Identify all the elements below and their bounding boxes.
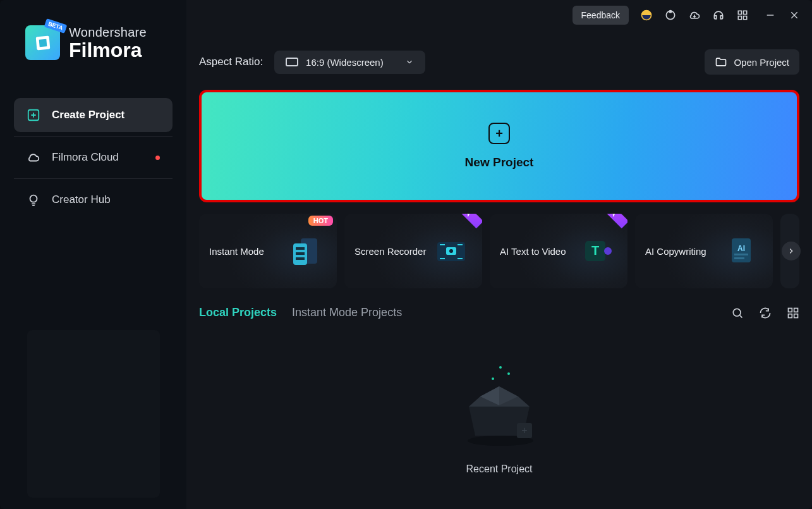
tab-instant-mode-projects[interactable]: Instant Mode Projects [292,306,402,319]
camera-frame-icon [429,229,473,273]
svg-rect-28 [789,308,792,312]
card-ai-text-to-video[interactable]: AI Text to Video BETA T [490,214,627,288]
brand: BETA Wondershare Filmora [25,25,175,60]
search-icon[interactable] [731,307,744,319]
sidebar-item-label: Create Project [52,109,124,121]
open-project-button[interactable]: Open Project [705,49,799,75]
svg-rect-15 [296,252,305,255]
refresh-icon[interactable] [759,307,772,319]
card-label: AI Copywriting [645,246,706,257]
open-project-label: Open Project [734,57,789,68]
view-grid-icon[interactable] [787,307,799,319]
aspect-shape-icon [286,58,298,66]
svg-rect-30 [789,314,792,317]
main: Feedback [186,0,812,509]
hot-badge: HOT [308,216,333,226]
svg-rect-9 [738,16,741,20]
svg-point-3 [30,195,37,202]
svg-rect-1 [39,39,47,47]
svg-rect-16 [296,257,305,260]
sidebar-item-label: Creator Hub [52,193,111,206]
aspect-ratio-value: 16:9 (Widescreen) [306,57,384,68]
empty-box-icon: + [449,360,550,448]
toolbar: Aspect Ratio: 16:9 (Widescreen) Open Pro… [199,49,799,75]
svg-rect-26 [734,257,744,259]
window-minimize-icon[interactable] [764,9,777,21]
svg-text:+: + [521,425,527,436]
aspect-ratio-label: Aspect Ratio: [199,56,263,68]
divider [14,178,173,179]
svg-point-6 [669,11,671,13]
card-screen-recorder[interactable]: Screen Recorder BETA [344,214,482,288]
svg-point-40 [507,372,510,375]
content-area: Aspect Ratio: 16:9 (Widescreen) Open Pro… [186,30,812,509]
sidebar-item-filmora-cloud[interactable]: Filmora Cloud [14,140,173,175]
svg-point-19 [449,249,453,253]
support-headset-icon[interactable] [712,9,725,21]
svg-rect-25 [734,254,748,255]
text-t-icon: T [574,229,619,273]
svg-point-27 [733,309,741,316]
svg-point-39 [492,377,494,380]
cloud-download-icon[interactable] [688,9,701,21]
sidebar-item-label: Filmora Cloud [52,151,119,164]
svg-text:AI: AI [737,244,745,253]
svg-point-22 [604,247,612,255]
svg-rect-31 [794,314,798,317]
notification-dot-icon [155,156,160,160]
svg-rect-29 [794,308,798,312]
new-project-label: New Project [465,156,534,169]
app-root: BETA Wondershare Filmora Create Project … [0,0,812,509]
brand-text-bottom: Filmora [69,40,147,60]
brand-text-top: Wondershare [69,25,147,40]
brand-badge: BETA [44,18,68,34]
svg-text:T: T [591,243,599,257]
new-project-button[interactable]: + New Project [199,90,799,202]
svg-rect-7 [738,11,741,14]
beta-badge: BETA [589,214,627,228]
sidebar-item-create-project[interactable]: Create Project [14,98,173,132]
apps-grid-icon[interactable] [736,9,749,21]
svg-point-41 [499,366,502,369]
projects-tabs: Local Projects Instant Mode Projects [199,306,799,319]
empty-state-label: Recent Project [466,463,533,475]
card-label: Instant Mode [209,246,264,257]
folder-icon [715,56,727,68]
svg-rect-14 [296,247,305,250]
film-stack-icon [284,229,328,273]
window-close-icon[interactable] [788,9,801,21]
feature-cards-row: Instant Mode HOT Screen Recorder BETA AI… [199,214,799,288]
card-label: Screen Recorder [354,246,426,257]
projects-tools [731,307,799,319]
svg-rect-11 [286,58,298,66]
cloud-icon [27,150,40,164]
card-instant-mode[interactable]: Instant Mode HOT [199,214,337,288]
chevron-down-icon [405,58,414,66]
divider [14,136,173,137]
plus-square-icon [27,108,40,122]
sidebar: BETA Wondershare Filmora Create Project … [0,0,186,509]
empty-state: + Recent Project [199,326,799,509]
aspect-ratio-select[interactable]: 16:9 (Widescreen) [274,51,425,74]
svg-rect-8 [744,11,747,14]
account-avatar-icon[interactable] [640,9,653,21]
feedback-button[interactable]: Feedback [573,6,629,25]
bulb-icon [27,193,40,207]
sidebar-item-creator-hub[interactable]: Creator Hub [14,183,173,217]
brand-text: Wondershare Filmora [69,25,147,60]
brand-logo: BETA [25,25,60,60]
card-ai-copywriting[interactable]: AI Copywriting AI [635,214,773,288]
sidebar-promo-panel[interactable] [27,330,160,498]
cards-scroll-next-button[interactable] [782,242,801,261]
plus-square-icon: + [488,123,510,144]
beta-badge: BETA [444,214,482,228]
effects-icon[interactable] [664,9,677,21]
svg-rect-10 [744,16,747,20]
titlebar: Feedback [186,0,812,30]
tab-local-projects[interactable]: Local Projects [199,306,277,319]
card-label: AI Text to Video [500,246,566,257]
ai-doc-icon: AI [720,229,764,273]
